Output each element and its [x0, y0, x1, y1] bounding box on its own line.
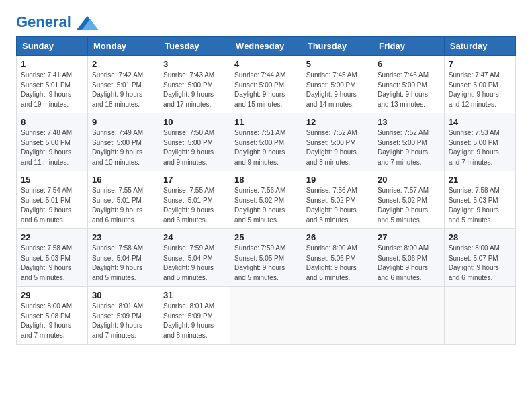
- day-info: Sunrise: 8:00 AMSunset: 5:06 PMDaylight:…: [306, 244, 369, 283]
- day-number: 4: [234, 59, 298, 69]
- day-info: Sunrise: 8:00 AMSunset: 5:07 PMDaylight:…: [449, 244, 511, 283]
- day-number: 2: [92, 59, 154, 69]
- calendar-cell: 6Sunrise: 7:46 AMSunset: 5:00 PMDaylight…: [373, 56, 444, 113]
- day-info: Sunrise: 7:46 AMSunset: 5:00 PMDaylight:…: [378, 71, 440, 109]
- day-number: 30: [92, 290, 154, 300]
- day-info: Sunrise: 7:58 AMSunset: 5:04 PMDaylight:…: [92, 244, 154, 283]
- day-number: 1: [21, 59, 83, 69]
- day-info: Sunrise: 7:41 AMSunset: 5:01 PMDaylight:…: [21, 71, 83, 109]
- calendar-week-row: 8Sunrise: 7:48 AMSunset: 5:00 PMDaylight…: [17, 113, 516, 171]
- calendar-table: SundayMondayTuesdayWednesdayThursdayFrid…: [16, 36, 516, 345]
- day-info: Sunrise: 7:49 AMSunset: 5:00 PMDaylight:…: [92, 128, 154, 167]
- day-info: Sunrise: 7:56 AMSunset: 5:02 PMDaylight:…: [234, 186, 298, 225]
- weekday-header: Wednesday: [230, 37, 302, 56]
- day-info: Sunrise: 7:52 AMSunset: 5:00 PMDaylight:…: [378, 128, 440, 167]
- calendar-cell: [302, 287, 373, 345]
- calendar-body: 1Sunrise: 7:41 AMSunset: 5:01 PMDaylight…: [17, 56, 516, 345]
- calendar-cell: 29Sunrise: 8:00 AMSunset: 5:08 PMDayligh…: [17, 287, 88, 345]
- day-number: 27: [378, 232, 440, 242]
- day-info: Sunrise: 7:59 AMSunset: 5:04 PMDaylight:…: [163, 244, 226, 283]
- day-info: Sunrise: 7:56 AMSunset: 5:02 PMDaylight:…: [306, 186, 369, 225]
- calendar-cell: 25Sunrise: 7:59 AMSunset: 5:05 PMDayligh…: [230, 229, 302, 287]
- logo-text: General: [16, 13, 98, 31]
- day-number: 31: [163, 290, 226, 300]
- day-info: Sunrise: 7:54 AMSunset: 5:01 PMDaylight:…: [21, 186, 83, 225]
- day-info: Sunrise: 7:48 AMSunset: 5:00 PMDaylight:…: [21, 128, 83, 167]
- calendar-week-row: 15Sunrise: 7:54 AMSunset: 5:01 PMDayligh…: [17, 171, 516, 229]
- day-number: 24: [163, 232, 226, 242]
- day-number: 18: [234, 175, 298, 185]
- day-info: Sunrise: 7:42 AMSunset: 5:01 PMDaylight:…: [92, 71, 154, 109]
- calendar-cell: 26Sunrise: 8:00 AMSunset: 5:06 PMDayligh…: [302, 229, 373, 287]
- weekday-header: Friday: [373, 37, 444, 56]
- day-info: Sunrise: 8:00 AMSunset: 5:06 PMDaylight:…: [378, 244, 440, 283]
- day-info: Sunrise: 7:58 AMSunset: 5:03 PMDaylight:…: [449, 186, 511, 225]
- day-info: Sunrise: 7:44 AMSunset: 5:00 PMDaylight:…: [234, 71, 298, 109]
- calendar-cell: 24Sunrise: 7:59 AMSunset: 5:04 PMDayligh…: [159, 229, 230, 287]
- day-info: Sunrise: 7:59 AMSunset: 5:05 PMDaylight:…: [234, 244, 298, 283]
- day-info: Sunrise: 7:55 AMSunset: 5:01 PMDaylight:…: [163, 186, 226, 225]
- calendar-cell: 3Sunrise: 7:43 AMSunset: 5:00 PMDaylight…: [159, 56, 230, 113]
- calendar-cell: 31Sunrise: 8:01 AMSunset: 5:09 PMDayligh…: [159, 287, 230, 345]
- day-number: 23: [92, 232, 154, 242]
- calendar-cell: 5Sunrise: 7:45 AMSunset: 5:00 PMDaylight…: [302, 56, 373, 113]
- calendar-cell: 23Sunrise: 7:58 AMSunset: 5:04 PMDayligh…: [87, 229, 159, 287]
- calendar-cell: 28Sunrise: 8:00 AMSunset: 5:07 PMDayligh…: [444, 229, 515, 287]
- day-number: 28: [449, 232, 511, 242]
- calendar-cell: 13Sunrise: 7:52 AMSunset: 5:00 PMDayligh…: [373, 113, 444, 171]
- day-info: Sunrise: 8:00 AMSunset: 5:08 PMDaylight:…: [21, 302, 83, 340]
- weekday-header: Monday: [87, 37, 159, 56]
- day-number: 14: [449, 117, 511, 127]
- day-info: Sunrise: 8:01 AMSunset: 5:09 PMDaylight:…: [92, 302, 154, 340]
- calendar-cell: 20Sunrise: 7:57 AMSunset: 5:02 PMDayligh…: [373, 171, 444, 229]
- day-number: 29: [21, 290, 83, 300]
- day-info: Sunrise: 7:57 AMSunset: 5:02 PMDaylight:…: [378, 186, 440, 225]
- calendar-cell: [230, 287, 302, 345]
- day-number: 15: [21, 175, 83, 185]
- calendar-cell: 1Sunrise: 7:41 AMSunset: 5:01 PMDaylight…: [17, 56, 88, 113]
- calendar-cell: 14Sunrise: 7:53 AMSunset: 5:00 PMDayligh…: [444, 113, 515, 171]
- weekday-header: Tuesday: [159, 37, 230, 56]
- calendar-cell: 7Sunrise: 7:47 AMSunset: 5:00 PMDaylight…: [444, 56, 515, 113]
- day-number: 17: [163, 175, 226, 185]
- logo: General: [16, 13, 98, 28]
- day-info: Sunrise: 7:55 AMSunset: 5:01 PMDaylight:…: [92, 186, 154, 225]
- day-number: 13: [378, 117, 440, 127]
- calendar-cell: 15Sunrise: 7:54 AMSunset: 5:01 PMDayligh…: [17, 171, 88, 229]
- day-number: 22: [21, 232, 83, 242]
- calendar-cell: 27Sunrise: 8:00 AMSunset: 5:06 PMDayligh…: [373, 229, 444, 287]
- calendar-header-row: SundayMondayTuesdayWednesdayThursdayFrid…: [17, 37, 516, 56]
- day-info: Sunrise: 7:53 AMSunset: 5:00 PMDaylight:…: [449, 128, 511, 167]
- calendar-cell: 2Sunrise: 7:42 AMSunset: 5:01 PMDaylight…: [87, 56, 159, 113]
- page-header: General: [16, 13, 516, 28]
- calendar-cell: 18Sunrise: 7:56 AMSunset: 5:02 PMDayligh…: [230, 171, 302, 229]
- day-number: 12: [306, 117, 369, 127]
- day-info: Sunrise: 7:51 AMSunset: 5:00 PMDaylight:…: [234, 128, 298, 167]
- calendar-cell: 22Sunrise: 7:58 AMSunset: 5:03 PMDayligh…: [17, 229, 88, 287]
- calendar-cell: 12Sunrise: 7:52 AMSunset: 5:00 PMDayligh…: [302, 113, 373, 171]
- calendar-cell: 17Sunrise: 7:55 AMSunset: 5:01 PMDayligh…: [159, 171, 230, 229]
- calendar-week-row: 22Sunrise: 7:58 AMSunset: 5:03 PMDayligh…: [17, 229, 516, 287]
- day-info: Sunrise: 7:50 AMSunset: 5:00 PMDaylight:…: [163, 128, 226, 167]
- day-info: Sunrise: 7:52 AMSunset: 5:00 PMDaylight:…: [306, 128, 369, 167]
- day-info: Sunrise: 7:47 AMSunset: 5:00 PMDaylight:…: [449, 71, 511, 109]
- calendar-cell: 4Sunrise: 7:44 AMSunset: 5:00 PMDaylight…: [230, 56, 302, 113]
- calendar-cell: [444, 287, 515, 345]
- weekday-header: Thursday: [302, 37, 373, 56]
- weekday-header: Sunday: [17, 37, 88, 56]
- day-number: 5: [306, 59, 369, 69]
- day-number: 16: [92, 175, 154, 185]
- calendar-cell: 11Sunrise: 7:51 AMSunset: 5:00 PMDayligh…: [230, 113, 302, 171]
- day-number: 25: [234, 232, 298, 242]
- calendar-cell: 16Sunrise: 7:55 AMSunset: 5:01 PMDayligh…: [87, 171, 159, 229]
- calendar-cell: 21Sunrise: 7:58 AMSunset: 5:03 PMDayligh…: [444, 171, 515, 229]
- day-number: 11: [234, 117, 298, 127]
- calendar-cell: [373, 287, 444, 345]
- day-number: 3: [163, 59, 226, 69]
- day-number: 19: [306, 175, 369, 185]
- day-info: Sunrise: 7:43 AMSunset: 5:00 PMDaylight:…: [163, 71, 226, 109]
- day-number: 10: [163, 117, 226, 127]
- calendar-cell: 8Sunrise: 7:48 AMSunset: 5:00 PMDaylight…: [17, 113, 88, 171]
- calendar-week-row: 1Sunrise: 7:41 AMSunset: 5:01 PMDaylight…: [17, 56, 516, 113]
- calendar-cell: 10Sunrise: 7:50 AMSunset: 5:00 PMDayligh…: [159, 113, 230, 171]
